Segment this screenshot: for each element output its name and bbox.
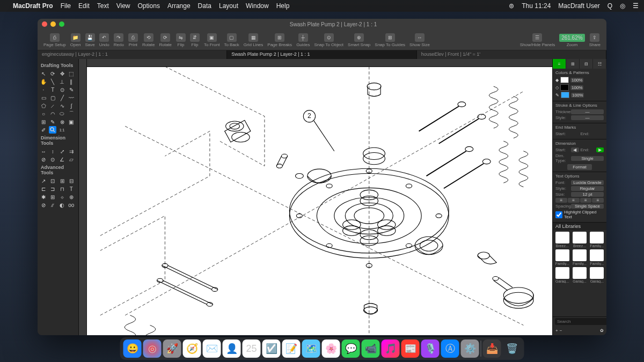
tool-roundrect[interactable]: ▢ bbox=[49, 94, 56, 101]
stroke-opacity[interactable]: 100% bbox=[570, 85, 583, 90]
dock-trash[interactable]: 🗑️ bbox=[503, 339, 521, 358]
adv-2[interactable]: ⊡ bbox=[49, 177, 56, 184]
tool-link[interactable]: ⊗ bbox=[58, 118, 66, 125]
tb-snap-obj[interactable]: ⊙Snap To Object bbox=[312, 33, 345, 47]
tb-rotate-r[interactable]: ⟳Rotate bbox=[157, 33, 173, 47]
zoom-button[interactable] bbox=[59, 21, 64, 27]
dock-siri[interactable]: ◎ bbox=[143, 339, 162, 358]
tb-flip-h[interactable]: ⇋Flip bbox=[174, 33, 187, 47]
lib-item[interactable]: Family... bbox=[589, 249, 605, 265]
stroke-swatch[interactable] bbox=[560, 84, 569, 91]
dim-v[interactable]: ↕ bbox=[49, 147, 56, 155]
tool-rotate[interactable]: ⟳ bbox=[49, 70, 56, 77]
tool-hand[interactable]: ✋ bbox=[40, 78, 47, 85]
lib-item[interactable]: Family... bbox=[572, 249, 587, 265]
tb-save[interactable]: 💾Save bbox=[83, 33, 96, 47]
tool-parallel[interactable]: ∥ bbox=[68, 78, 75, 85]
lib-item[interactable]: Garag... bbox=[572, 267, 587, 283]
tool-eyedropper[interactable]: ✐ bbox=[40, 126, 47, 134]
dock-photos[interactable]: 🌸 bbox=[322, 339, 340, 358]
tool-text[interactable]: T bbox=[49, 86, 56, 93]
lib-add[interactable]: + bbox=[555, 328, 558, 333]
tool-select[interactable]: ↖ bbox=[40, 70, 47, 77]
lib-item[interactable]: Garag... bbox=[554, 267, 570, 283]
adv-11[interactable]: ⟐ bbox=[58, 193, 66, 201]
tool-zoom[interactable] bbox=[49, 126, 56, 134]
tool-scale[interactable]: 1:1 bbox=[58, 126, 66, 134]
pen-swatch[interactable] bbox=[561, 92, 569, 98]
menu-arrange[interactable]: Arrange bbox=[167, 2, 191, 10]
tb-to-front[interactable]: ▣To Front bbox=[202, 33, 221, 47]
adv-12[interactable]: ⊕ bbox=[68, 193, 75, 201]
tool-circle[interactable]: ○ bbox=[40, 110, 47, 117]
lib-gear-icon[interactable]: ✿ bbox=[600, 328, 604, 333]
rtab-db[interactable]: ⊟ bbox=[580, 59, 593, 69]
adv-4[interactable]: ⊟ bbox=[68, 177, 75, 184]
drawing-canvas[interactable]: 2 bbox=[79, 59, 552, 335]
dim-radius[interactable]: ⊘ bbox=[40, 156, 47, 163]
rtab-props[interactable]: ≡ bbox=[553, 59, 566, 69]
menu-text[interactable]: Text bbox=[97, 2, 109, 10]
tool-curve[interactable]: ⌒ bbox=[68, 110, 75, 117]
tool-freehand[interactable]: ∿ bbox=[58, 102, 66, 109]
tb-redo[interactable]: ↷Redo bbox=[112, 33, 126, 47]
fontsize-select[interactable]: 12 pt bbox=[571, 192, 604, 197]
dim-chain[interactable]: ⇉ bbox=[68, 147, 75, 155]
tb-page-breaks[interactable]: ⊞Page Breaks bbox=[266, 33, 294, 47]
dock-launchpad[interactable]: 🚀 bbox=[163, 339, 181, 358]
dock-facetime[interactable]: 📹 bbox=[362, 339, 380, 358]
tool-block[interactable]: ▣ bbox=[68, 118, 75, 125]
adv-3[interactable]: ⊞ bbox=[58, 177, 66, 184]
tb-show-size[interactable]: ↔Show Size bbox=[408, 33, 431, 47]
lib-search-input[interactable] bbox=[555, 318, 606, 325]
tool-polyrect[interactable]: ⬠ bbox=[40, 102, 47, 109]
adv-10[interactable]: ⊞ bbox=[49, 193, 56, 201]
tool-attr[interactable]: ⊞ bbox=[40, 118, 47, 125]
doc-tab-1[interactable]: enginecutaway | Layer-2 | 1 : 1 bbox=[38, 50, 227, 59]
dim-start[interactable]: ◀ bbox=[571, 147, 579, 152]
adv-7[interactable]: ⊓ bbox=[58, 185, 66, 193]
dock-podcasts[interactable]: 🎙️ bbox=[421, 339, 440, 358]
tool-marker[interactable]: ⊙ bbox=[58, 86, 66, 93]
dim-end[interactable]: ▶ bbox=[596, 147, 604, 152]
doc-tab-2[interactable]: Swash Plate Pump 2 | Layer-2 | 1 : 1 bbox=[227, 50, 416, 59]
tb-page-setup[interactable]: ⎙Page Setup bbox=[42, 33, 68, 47]
tb-zoom[interactable]: 261.62%Zoom bbox=[558, 34, 586, 47]
tool-edit[interactable]: ✎ bbox=[49, 118, 56, 125]
tool-eyedrop[interactable]: ✎ bbox=[68, 86, 75, 93]
dim-h[interactable]: ↔ bbox=[40, 147, 47, 155]
tb-to-back[interactable]: ▢To Back bbox=[222, 33, 240, 47]
tool-point[interactable]: · bbox=[40, 86, 47, 93]
dock-notes[interactable]: 📝 bbox=[282, 339, 301, 358]
fill-swatch[interactable] bbox=[560, 77, 569, 83]
lib-item[interactable]: Garag... bbox=[589, 267, 605, 283]
dock-calendar[interactable]: 25 bbox=[243, 339, 261, 358]
tb-snap-guides[interactable]: ⊞Snap To Guides bbox=[373, 33, 407, 47]
menu-view[interactable]: View bbox=[116, 2, 130, 10]
lib-item[interactable]: Family... bbox=[554, 249, 570, 265]
align-j[interactable]: ≡ bbox=[592, 198, 604, 203]
tool-ellipse[interactable]: ⬭ bbox=[58, 110, 66, 117]
siri-icon[interactable]: ☰ bbox=[633, 2, 639, 10]
tb-grid[interactable]: ▦Grid Lines bbox=[242, 33, 265, 47]
font-select[interactable]: Lucida Grande bbox=[571, 180, 604, 185]
adv-5[interactable]: ⊏ bbox=[40, 185, 47, 193]
menu-layout[interactable]: Layout bbox=[219, 2, 238, 10]
tb-smart-snap[interactable]: ⊕Smart Snap bbox=[346, 33, 372, 47]
align-r[interactable]: ≡ bbox=[580, 198, 592, 203]
tb-show-hide[interactable]: ☰Show/Hide Panels bbox=[518, 33, 557, 47]
lib-header[interactable]: All Libraries bbox=[553, 223, 606, 230]
adv-9[interactable]: ✱ bbox=[40, 193, 47, 201]
tool-arc[interactable]: ◠ bbox=[49, 110, 56, 117]
linestyle-select[interactable]: — bbox=[571, 115, 604, 120]
fontstyle-select[interactable]: Regular bbox=[571, 186, 604, 191]
dock-appstore[interactable]: Ⓐ bbox=[441, 339, 459, 358]
tool-polyline[interactable]: ⟋ bbox=[49, 102, 56, 109]
control-center-icon[interactable]: ◎ bbox=[620, 2, 625, 10]
dock-reminders[interactable]: ☑️ bbox=[262, 339, 281, 358]
spotlight-icon[interactable]: Q bbox=[608, 2, 612, 10]
dock-settings[interactable]: ⚙️ bbox=[461, 339, 479, 358]
menu-file[interactable]: File bbox=[61, 2, 71, 10]
thickness-select[interactable]: — bbox=[571, 109, 604, 114]
rtab-layers[interactable]: ⊞ bbox=[566, 59, 580, 69]
